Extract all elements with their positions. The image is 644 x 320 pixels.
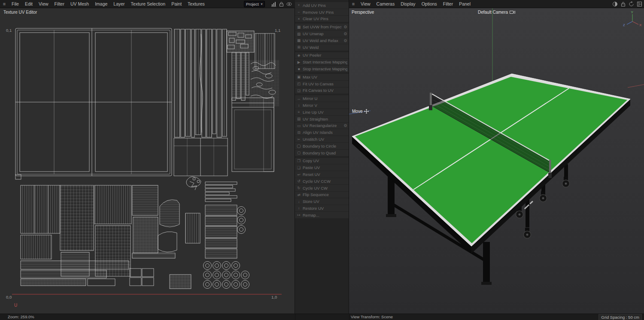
sphere-icon[interactable] [612, 1, 618, 7]
gear-icon[interactable]: ⚙ [343, 24, 347, 29]
command-reset-uv[interactable]: ↩Reset UV [295, 171, 349, 178]
command-max-uv[interactable]: ▣Max UV [295, 74, 349, 80]
panel-menu-icon[interactable]: ≡ [0, 0, 9, 8]
menu-panel[interactable]: Panel [456, 0, 474, 8]
menu-image[interactable]: Image [92, 0, 110, 8]
menu-paint[interactable]: Paint [168, 0, 185, 8]
command-fit-canvas-to-uv[interactable]: ◲Fit Canvas to UV [295, 88, 349, 94]
command-paste-uv[interactable]: ❏Paste UV [295, 164, 349, 171]
eye-icon[interactable] [286, 1, 292, 7]
command-set-uvw-from-projection[interactable]: ▦Set UVW from Projection⚙ [295, 24, 349, 30]
command-remap[interactable]: ↦Remap... [295, 212, 349, 218]
command-flip-sequence[interactable]: ⇄Flip Sequence [295, 192, 349, 198]
lock-icon[interactable] [620, 1, 626, 7]
menu-display[interactable]: Display [398, 0, 418, 8]
command-clear-uv-pins[interactable]: ×Clear UV Pins [295, 16, 349, 22]
menu-view[interactable]: View [358, 0, 374, 8]
menu-uv-mesh[interactable]: UV Mesh [67, 0, 92, 8]
viewport-canvas[interactable] [349, 8, 644, 314]
viewport-menu-items: ViewCamerasDisplayOptionsFilterPanel [358, 0, 474, 8]
uv-island-thin-strips[interactable] [205, 182, 237, 202]
u-axis-label: U [14, 303, 17, 308]
window-corner-icons [612, 1, 642, 7]
menu-filter[interactable]: Filter [440, 0, 456, 8]
uv-island-banded-strips[interactable] [232, 52, 249, 100]
command-start-interactive-mapping[interactable]: ▶Start Interactive Mapping [295, 59, 349, 65]
command-restore-uv[interactable]: ↑Restore UV [295, 205, 349, 211]
command-uv-straighten[interactable]: ▤UV Straighten [295, 116, 349, 122]
uv-island-side-panel[interactable] [232, 98, 274, 172]
chart-icon[interactable] [271, 1, 276, 7]
uv-weld-and-relax-icon: ▩ [297, 37, 301, 43]
gear-icon[interactable]: ⚙ [343, 38, 347, 43]
menu-layer[interactable]: Layer [110, 0, 128, 8]
uv-island-tabletop[interactable] [15, 28, 172, 179]
menu-texture-selection[interactable]: Texture Selection [128, 0, 169, 8]
command-group: +Add UV Pins−Remove UV Pins×Clear UV Pin… [295, 2, 349, 22]
command-fit-uv-to-canvas[interactable]: ◰Fit UV to Canvas [295, 81, 349, 87]
command-cycle-uv-cw[interactable]: ↻Cycle UV CW [295, 185, 349, 191]
gear-icon[interactable]: ⚙ [343, 31, 347, 36]
command-cycle-uv-ccw[interactable]: ↺Cycle UV CCW [295, 178, 349, 184]
view-mode-label[interactable]: Perspective [352, 10, 374, 15]
command-stop-interactive-mapping[interactable]: ■Stop Interactive Mapping [295, 66, 349, 72]
command-uv-weld[interactable]: ⊞UV Weld [295, 44, 349, 51]
camera-icon [510, 10, 515, 14]
command-mirror-v[interactable]: ↕Mirror V [295, 102, 349, 109]
menu-filter[interactable]: Filter [52, 0, 67, 8]
axis-gizmo[interactable]: Y X Z [621, 10, 642, 30]
max-uv-icon: ▣ [297, 74, 301, 80]
menu-textures[interactable]: Textures [185, 0, 208, 8]
mirror-v-icon: ↕ [297, 103, 301, 109]
command-uv-rectangularize[interactable]: ▭UV Rectangularize⚙ [295, 123, 349, 129]
uv-coord-bottom-right: 1,0 [271, 295, 277, 299]
menu-view[interactable]: View [36, 0, 52, 8]
uv-island-mid-panel[interactable] [174, 138, 228, 176]
command-label: Cycle UV CW [303, 186, 347, 190]
viewport-menu-icon[interactable]: ≡ [349, 0, 358, 8]
command-label: UV Peeler [303, 53, 347, 57]
command-boundary-to-circle[interactable]: ◯Boundary to Circle [295, 143, 349, 149]
command-uv-weld-and-relax[interactable]: ▩UV Weld and Relax⚙ [295, 37, 349, 44]
gear-icon[interactable]: ⚙ [343, 123, 347, 128]
command-align-uv-islands[interactable]: ⊟Align UV Islands [295, 129, 349, 136]
command-group: ◈UV Peeler▶Start Interactive Mapping■Sto… [295, 52, 349, 72]
command-store-uv[interactable]: ↓Store UV [295, 198, 349, 205]
uv-coord-top-right: 1,1 [275, 28, 280, 33]
uv-canvas[interactable] [0, 8, 295, 314]
menu-cameras[interactable]: Cameras [374, 0, 398, 8]
command-label: UV Straighten [303, 117, 347, 121]
statusbar-divider [349, 314, 349, 320]
command-boundary-to-quad[interactable]: ▢Boundary to Quad [295, 150, 349, 156]
uv-island-scribbles[interactable] [249, 60, 279, 106]
history-icon[interactable] [629, 1, 634, 7]
uv-island-blob[interactable] [186, 177, 201, 190]
fit-canvas-to-uv-icon: ◲ [297, 88, 301, 94]
menu-file[interactable]: File [9, 0, 22, 8]
command-copy-uv[interactable]: ❐Copy UV [295, 158, 349, 164]
command-label: Set UVW from Projection [303, 24, 342, 29]
panel-title: Texture UV Editor [3, 10, 37, 15]
uv-island-lower-cluster[interactable] [21, 185, 200, 289]
command-mirror-u[interactable]: ↔Mirror U [295, 95, 349, 102]
command-group: ▦Set UVW from Projection⚙▧UV Unwrap⚙▩UV … [295, 24, 349, 50]
camera-label[interactable]: Default Camera [478, 10, 515, 15]
command-line-up-uv[interactable]: ≡Line Up UV [295, 109, 349, 115]
command-add-uv-pins[interactable]: +Add UV Pins [295, 2, 349, 9]
command-remove-uv-pins[interactable]: −Remove UV Pins [295, 9, 349, 15]
command-uv-peeler[interactable]: ◈UV Peeler [295, 52, 349, 59]
command-label: UV Weld [303, 45, 347, 50]
command-label: Restore UV [303, 206, 347, 211]
table-surface[interactable] [355, 77, 627, 243]
command-uv-unwrap[interactable]: ▧UV Unwrap⚙ [295, 30, 349, 37]
project-dropdown[interactable]: Project ▾ [244, 1, 265, 7]
lock-icon[interactable] [279, 1, 284, 7]
menu-options[interactable]: Options [419, 0, 440, 8]
command-unstitch-uv[interactable]: ✂Unstitch UV [295, 136, 349, 142]
uv-island-banded-stack[interactable] [205, 205, 237, 258]
application-window: ≡ FileEditViewFilterUV MeshImageLayerTex… [0, 0, 644, 320]
uv-island-strips[interactable] [174, 29, 227, 137]
view-transform-status: View Transform: Scene [351, 314, 393, 319]
menu-edit[interactable]: Edit [22, 0, 36, 8]
layout-icon[interactable] [637, 1, 642, 7]
